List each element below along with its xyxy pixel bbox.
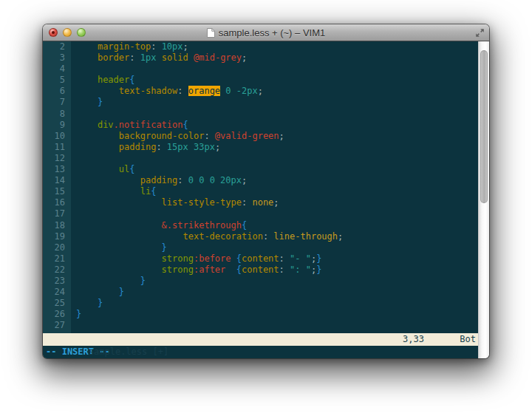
- code-line[interactable]: 10 background-color: @valid-green;: [43, 131, 478, 142]
- search-highlight: orange: [188, 86, 220, 96]
- code-line[interactable]: 26}: [43, 309, 478, 320]
- code-line[interactable]: 4: [43, 64, 478, 75]
- line-text: text-shadow: orange 0 -2px;: [71, 86, 263, 97]
- code-line[interactable]: 19 text-decoration: line-through;: [43, 231, 478, 242]
- editor-pane: 2 margin-top: 10px;3 border: 1px solid @…: [43, 41, 478, 358]
- line-number: 2: [43, 41, 71, 52]
- code-line[interactable]: 24 }: [43, 287, 478, 298]
- statusline-position: Bot: [460, 333, 476, 346]
- line-text: padding: 0 0 0 20px;: [71, 175, 247, 186]
- statusline-filename: sample.less [+]: [89, 347, 168, 357]
- code-line[interactable]: 8: [43, 109, 478, 120]
- code-line[interactable]: 21 strong:before {content: "- ";}: [43, 253, 478, 264]
- code-line[interactable]: 17: [43, 208, 478, 219]
- line-number: 11: [43, 142, 71, 153]
- scrollbar-thumb[interactable]: [480, 50, 488, 203]
- line-number: 27: [43, 320, 71, 331]
- line-number: 5: [43, 75, 71, 86]
- code-line[interactable]: 18 &.strikethrough{: [43, 220, 478, 231]
- line-text: border: 1px solid @mid-grey;: [71, 52, 247, 64]
- line-text: ul{: [71, 164, 134, 175]
- close-button[interactable]: [49, 28, 58, 37]
- window-body: 2 margin-top: 10px;3 border: 1px solid @…: [43, 41, 489, 358]
- line-text: }: [71, 287, 124, 298]
- line-number: 16: [43, 197, 71, 208]
- code-line[interactable]: 5 header{: [43, 75, 478, 86]
- line-text: list-style-type: none;: [71, 197, 279, 208]
- line-text: &.strikethrough{: [71, 220, 247, 231]
- code-editor[interactable]: 2 margin-top: 10px;3 border: 1px solid @…: [43, 41, 478, 333]
- line-text: strong:after {content: ": ";}: [71, 264, 321, 276]
- line-number: 24: [43, 287, 71, 298]
- line-number: 12: [43, 153, 71, 164]
- line-number: 17: [43, 208, 71, 219]
- line-text: }: [71, 298, 103, 309]
- line-number: 9: [43, 120, 71, 131]
- line-text: [71, 153, 76, 164]
- line-text: div.notification{: [71, 120, 188, 131]
- window-title: sample.less + (~) – VIM1: [207, 27, 326, 38]
- line-number: 10: [43, 131, 71, 142]
- code-line[interactable]: 9 div.notification{: [43, 120, 478, 131]
- code-line[interactable]: 16 list-style-type: none;: [43, 197, 478, 208]
- code-line[interactable]: 13 ul{: [43, 164, 478, 175]
- line-number: 26: [43, 309, 71, 320]
- document-icon: [207, 28, 215, 38]
- line-number: 15: [43, 186, 71, 197]
- vim-statusline: sample.less [+] 3,33 Bot: [43, 333, 478, 346]
- line-number: 6: [43, 86, 71, 97]
- line-text: }: [71, 242, 167, 253]
- vim-window: sample.less + (~) – VIM1 2 margin-top: 1…: [43, 24, 489, 358]
- title-bar[interactable]: sample.less + (~) – VIM1: [43, 24, 489, 41]
- line-text: [71, 208, 76, 219]
- code-line[interactable]: 23 }: [43, 276, 478, 287]
- code-line[interactable]: 15 li{: [43, 186, 478, 197]
- statusline-ruler: 3,33: [403, 333, 424, 346]
- line-number: 21: [43, 253, 71, 264]
- line-text: }: [71, 309, 81, 320]
- code-line[interactable]: 6 text-shadow: orange 0 -2px;: [43, 86, 478, 97]
- line-number: 22: [43, 264, 71, 276]
- code-line[interactable]: 27: [43, 320, 478, 331]
- code-line[interactable]: 20 }: [43, 242, 478, 253]
- code-lines: 2 margin-top: 10px;3 border: 1px solid @…: [43, 41, 478, 331]
- code-line[interactable]: 11 padding: 15px 33px;: [43, 142, 478, 153]
- line-number: 3: [43, 52, 71, 64]
- line-number: 20: [43, 242, 71, 253]
- line-number: 4: [43, 64, 71, 75]
- scrollbar-track[interactable]: [478, 41, 489, 358]
- line-text: }: [71, 97, 103, 108]
- code-line[interactable]: 3 border: 1px solid @mid-grey;: [43, 52, 478, 64]
- code-line[interactable]: 2 margin-top: 10px;: [43, 41, 478, 52]
- line-text: [71, 320, 76, 331]
- line-number: 19: [43, 231, 71, 242]
- line-text: [71, 109, 76, 120]
- line-number: 7: [43, 97, 71, 108]
- window-title-text: sample.less + (~) – VIM1: [219, 27, 326, 38]
- zoom-button[interactable]: [77, 28, 86, 37]
- code-line[interactable]: 25 }: [43, 298, 478, 309]
- line-text: }: [71, 276, 146, 287]
- line-text: background-color: @valid-green;: [71, 131, 284, 142]
- code-line[interactable]: 7 }: [43, 97, 478, 108]
- line-text: li{: [71, 186, 156, 197]
- minimize-button[interactable]: [63, 28, 72, 37]
- line-number: 14: [43, 175, 71, 186]
- line-text: padding: 15px 33px;: [71, 142, 220, 153]
- line-text: header{: [71, 75, 135, 86]
- line-number: 8: [43, 109, 71, 120]
- line-text: text-decoration: line-through;: [71, 231, 343, 242]
- line-number: 18: [43, 220, 71, 231]
- line-text: [71, 64, 76, 75]
- code-line[interactable]: 14 padding: 0 0 0 20px;: [43, 175, 478, 186]
- window-controls: [49, 24, 86, 41]
- line-number: 25: [43, 298, 71, 309]
- code-line[interactable]: 22 strong:after {content: ": ";}: [43, 264, 478, 276]
- fullscreen-arrows-icon[interactable]: [475, 28, 485, 38]
- line-number: 23: [43, 276, 71, 287]
- line-number: 13: [43, 164, 71, 175]
- line-text: margin-top: 10px;: [71, 41, 188, 52]
- code-line[interactable]: 12: [43, 153, 478, 164]
- line-text: strong:before {content: "- ";}: [71, 253, 321, 264]
